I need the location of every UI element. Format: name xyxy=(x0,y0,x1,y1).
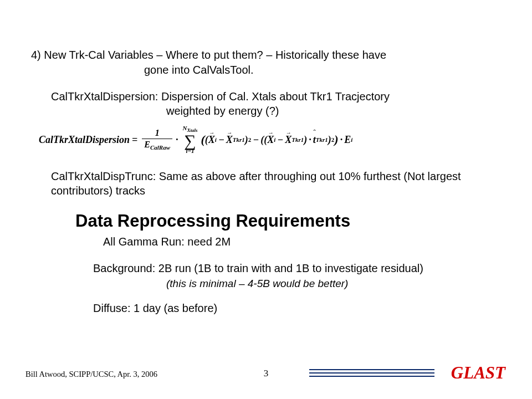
footer-lines-icon xyxy=(309,369,434,379)
point4-line2: gone into CalValsTool. xyxy=(144,64,254,76)
fraction: 1 ECalRaw xyxy=(142,129,172,151)
frac-den-sub: CalRaw xyxy=(150,144,170,151)
ei-sub: i xyxy=(351,136,352,143)
xtkr-sub: Tkr1 xyxy=(233,136,245,143)
sq1: 2 xyxy=(248,136,252,143)
minus1: − xyxy=(218,134,224,146)
section-title: Data Reprocessing Requirements xyxy=(75,211,350,231)
point4-line1: 4) New Trk-Cal Variables – Where to put … xyxy=(31,49,386,62)
close-paren-4: ) xyxy=(304,134,307,146)
xi-vec: X xyxy=(208,134,215,146)
minus3: − xyxy=(277,134,283,146)
sigma-block: NXtals ∑ i=1 xyxy=(183,125,198,154)
diffuse-line: Diffuse: 1 day (as before) xyxy=(93,302,217,315)
var1-line1: CalTkrXtalDispersion: Dispersion of Cal.… xyxy=(51,90,390,103)
dot2: · xyxy=(309,134,311,146)
xtkr2-vec: X xyxy=(285,134,291,146)
xtkr2-sub: Tkr1 xyxy=(291,136,304,143)
background-line: Background: 2B run (1B to train with and… xyxy=(93,262,423,275)
formula-lhs: CalTkrXtalDispersion xyxy=(39,134,130,146)
var2-text: CalTkrXtalDispTrunc: Same as above after… xyxy=(51,169,494,198)
var1-line2: weighted by energy (?) xyxy=(166,105,279,117)
t-sub: Tkr1 xyxy=(316,136,328,143)
eq-sign: = xyxy=(132,134,137,146)
frac-den: ECalRaw xyxy=(142,139,172,151)
frac-num: 1 xyxy=(153,129,162,139)
xi-sub: i xyxy=(215,136,217,143)
footer-brand: GLAST xyxy=(451,363,505,383)
sigma-symbol: ∑ xyxy=(184,133,196,148)
minus2: − xyxy=(253,134,259,146)
formula: CalTkrXtalDispersion = 1 ECalRaw · NXtal… xyxy=(39,125,493,158)
slide: 4) New Trk-Cal Variables – Where to put … xyxy=(0,0,532,399)
background-note: (this is minimal – 4-5B would be better) xyxy=(166,278,348,290)
frac-den-e: E xyxy=(144,140,150,149)
xi2-vec: X xyxy=(267,134,274,146)
sigma-bot: i=1 xyxy=(186,148,195,154)
xtkr-vec: X xyxy=(226,134,233,146)
ei: E xyxy=(344,134,351,146)
dot1: · xyxy=(176,134,178,146)
dot3: · xyxy=(340,134,343,146)
open-paren-1: ( xyxy=(201,132,205,147)
t-hat: t xyxy=(313,134,316,146)
close-paren-1: ) xyxy=(334,132,338,147)
all-gamma-line: All Gamma Run: need 2M xyxy=(103,236,231,248)
xi2-sub: i xyxy=(274,136,275,143)
